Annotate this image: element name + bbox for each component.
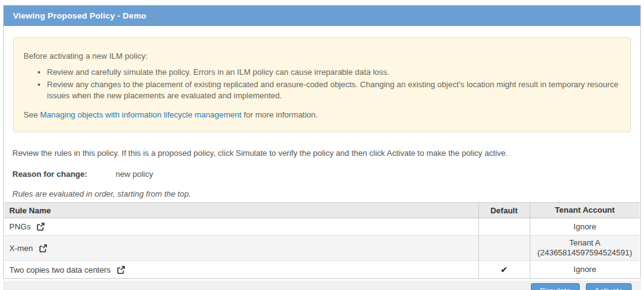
see-suffix-text: for more information.	[242, 110, 318, 119]
default-cell: ✔	[478, 261, 530, 279]
column-header-default: Default	[478, 203, 530, 218]
notice-bullet-list: Review and carefully simulate the policy…	[23, 67, 621, 101]
table-row: PNGs Ignore	[4, 218, 640, 236]
external-link-icon[interactable]	[39, 244, 47, 252]
panel-title: Viewing Proposed Policy - Demo	[4, 6, 640, 26]
rule-name-text: Two copies two data centers	[9, 265, 111, 275]
policy-rules-table: Rule Name Default Tenant Account PNGs Ig…	[4, 202, 640, 278]
reason-value: new policy	[116, 169, 153, 179]
table-row: Two copies two data centers ✔ Ignore	[4, 261, 640, 279]
see-prefix-text: See	[23, 110, 40, 119]
default-cell	[478, 218, 530, 236]
simulate-button[interactable]: Simulate	[531, 283, 580, 290]
tenant-account-cell: Ignore	[530, 218, 640, 236]
reason-label: Reason for change:	[12, 169, 87, 179]
table-row: X-men Tenant A (24365814597594524591)	[4, 236, 640, 261]
review-instructions-text: Review the rules in this policy. If this…	[12, 148, 632, 158]
notice-bullet-item: Review and carefully simulate the policy…	[47, 67, 621, 78]
default-checkmark: ✔	[501, 265, 508, 275]
notice-see-line: See Managing objects with information li…	[23, 110, 621, 119]
rule-name-text: PNGs	[9, 222, 31, 231]
external-link-icon[interactable]	[36, 223, 44, 231]
ilm-warning-notice: Before activating a new ILM policy: Revi…	[13, 37, 631, 132]
ilm-docs-link[interactable]: Managing objects with information lifecy…	[40, 110, 242, 119]
notice-intro-text: Before activating a new ILM policy:	[23, 51, 621, 61]
external-link-icon[interactable]	[117, 266, 125, 274]
reason-for-change-row: Reason for change: new policy	[12, 169, 632, 179]
tenant-account-cell: Tenant A (24365814597594524591)	[530, 236, 640, 261]
activate-button[interactable]: Activate	[586, 283, 632, 290]
default-cell	[478, 236, 530, 261]
tenant-account-cell: Ignore	[530, 261, 640, 279]
rule-name-cell: Two copies two data centers	[4, 261, 478, 279]
table-header-row: Rule Name Default Tenant Account	[4, 203, 640, 218]
action-button-bar: Simulate Activate	[3, 281, 641, 290]
policy-panel: Viewing Proposed Policy - Demo Before ac…	[3, 5, 641, 279]
notice-bullet-item: Review any changes to the placement of e…	[47, 79, 621, 101]
rule-name-cell: PNGs	[4, 218, 478, 236]
column-header-tenant-account: Tenant Account	[530, 203, 640, 218]
rule-name-cell: X-men	[4, 236, 478, 261]
rule-name-text: X-men	[9, 244, 33, 253]
rules-evaluation-note: Rules are evaluated in order, starting f…	[12, 189, 632, 198]
column-header-rule-name: Rule Name	[4, 203, 478, 218]
